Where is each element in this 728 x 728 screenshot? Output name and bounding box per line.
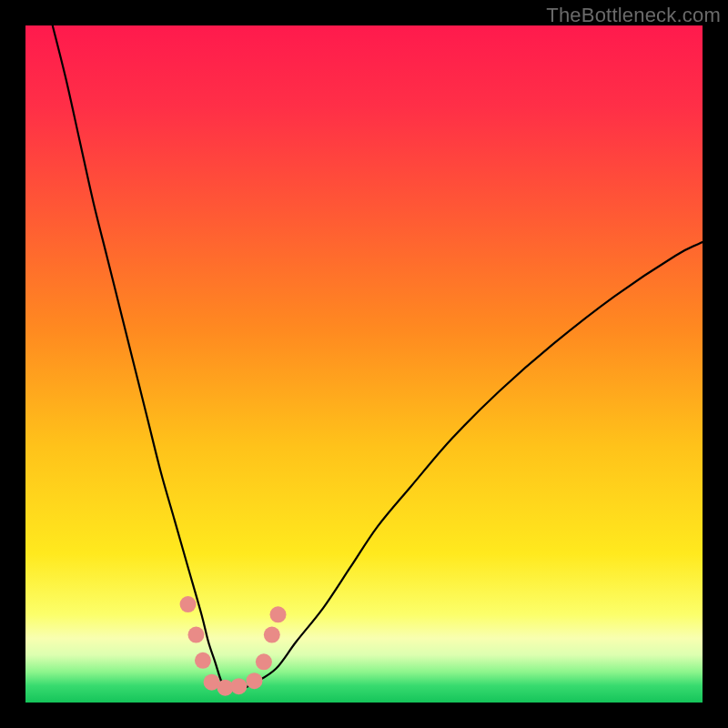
bottleneck-curve	[53, 25, 703, 690]
chart-svg	[25, 25, 703, 703]
chart-frame: TheBottleneck.com	[0, 0, 728, 728]
watermark-text: TheBottleneck.com	[546, 4, 721, 27]
data-marker	[270, 606, 287, 622]
data-marker	[195, 652, 211, 669]
data-marker	[180, 596, 197, 612]
marker-group	[180, 596, 287, 696]
data-marker	[256, 653, 272, 670]
data-marker	[230, 678, 247, 694]
data-marker	[187, 627, 204, 643]
data-marker	[246, 672, 262, 689]
plot-area	[25, 25, 703, 703]
data-marker	[264, 627, 280, 643]
